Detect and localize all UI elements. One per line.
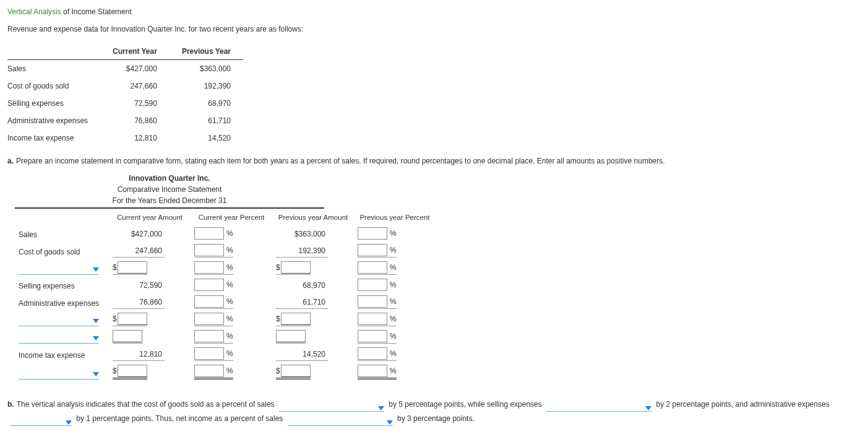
col-cy-amt: Current year Amount xyxy=(109,210,191,225)
row-label-dropdown-1[interactable] xyxy=(19,263,99,275)
part-b-dropdown-2[interactable] xyxy=(546,401,651,412)
py-pct-cogs-input[interactable] xyxy=(358,244,387,256)
row-label-dropdown-2[interactable] xyxy=(19,315,99,326)
part-b-seg5: by 3 percentage points. xyxy=(397,414,475,423)
col-cy-pct: Current year Percent xyxy=(191,210,272,225)
chevron-down-icon xyxy=(387,420,393,425)
pct-sign: % xyxy=(226,332,233,341)
stmt-company: Innovation Quarter Inc. xyxy=(15,173,324,184)
cy-amt-input-4[interactable] xyxy=(118,365,147,377)
dt-cy: 76,860 xyxy=(100,112,170,129)
dt-cy: 72,590 xyxy=(100,95,170,112)
py-amt-input-2[interactable] xyxy=(281,313,311,325)
py-pct-admin-input[interactable] xyxy=(358,295,387,308)
pct-sign: % xyxy=(226,349,233,358)
income-statement-table: Current year Amount Current year Percent… xyxy=(15,210,436,381)
cy-pct-input-3[interactable] xyxy=(194,330,224,342)
dollar-sign: $ xyxy=(276,263,280,272)
cy-amt-input-1[interactable] xyxy=(118,261,147,274)
cy-amt-cogs: 247,660 xyxy=(113,245,165,258)
pct-sign: % xyxy=(226,297,233,306)
part-b-marker: b. xyxy=(7,400,14,409)
row-label-dropdown-4[interactable] xyxy=(19,368,99,380)
chevron-down-icon xyxy=(378,406,384,410)
py-pct-tax-input[interactable] xyxy=(358,347,387,360)
py-pct-input-3[interactable] xyxy=(358,330,387,342)
part-b-seg3: by 2 percentage points, and administrati… xyxy=(656,400,829,409)
row-label-selling: Selling expenses xyxy=(15,277,109,293)
stmt-title: Comparative Income Statement xyxy=(15,184,324,195)
chevron-down-icon xyxy=(93,319,99,323)
row-label-cogs: Cost of goods sold xyxy=(15,242,109,259)
cy-amt-input-3[interactable] xyxy=(113,330,142,342)
cy-amt-sales: $427,000 xyxy=(113,228,165,240)
dt-label: Income tax expense xyxy=(7,129,100,147)
cy-pct-tax-input[interactable] xyxy=(194,347,224,360)
py-amt-sales: $363,000 xyxy=(276,228,328,240)
dollar-sign: $ xyxy=(113,263,117,272)
cy-pct-admin-input[interactable] xyxy=(194,295,224,308)
cy-pct-input-1[interactable] xyxy=(194,261,224,274)
dollar-sign: $ xyxy=(276,315,280,323)
py-pct-input-4[interactable] xyxy=(358,365,387,377)
part-b-seg1: The vertical analysis indicates that the… xyxy=(17,400,275,409)
pct-sign: % xyxy=(390,263,397,272)
py-amt-input-4[interactable] xyxy=(281,365,311,377)
dt-label: Selling expenses xyxy=(7,95,100,112)
part-a-marker: a. xyxy=(7,157,14,165)
cy-amt-admin: 76,860 xyxy=(113,297,165,309)
dt-label: Sales xyxy=(7,60,100,78)
cy-pct-cogs-input[interactable] xyxy=(194,244,224,256)
data-th-py: Previous Year xyxy=(170,43,243,60)
chevron-down-icon xyxy=(93,267,99,272)
pct-sign: % xyxy=(226,315,233,323)
title-rest: of Income Statement xyxy=(61,7,132,16)
py-amt-input-1[interactable] xyxy=(281,261,311,274)
part-b-dropdown-4[interactable] xyxy=(288,415,393,426)
dollar-sign: $ xyxy=(113,367,117,375)
cy-pct-selling-input[interactable] xyxy=(194,279,224,291)
dt-py: 61,710 xyxy=(170,112,243,129)
py-amt-admin: 61,710 xyxy=(276,297,328,309)
row-label-tax: Income tax expense xyxy=(15,345,109,363)
title-green: Vertical Analysis xyxy=(7,7,61,16)
dollar-sign: $ xyxy=(276,367,280,375)
cy-pct-sales-input[interactable] xyxy=(194,227,224,240)
py-pct-selling-input[interactable] xyxy=(358,279,387,291)
intro-text: Revenue and expense data for Innovation … xyxy=(7,24,861,35)
py-amt-tax: 14,520 xyxy=(276,349,328,361)
part-b-dropdown-1[interactable] xyxy=(279,401,384,412)
stmt-period: For the Years Ended December 31 xyxy=(15,195,324,209)
row-label-sales: Sales xyxy=(15,225,109,242)
dollar-sign: $ xyxy=(113,315,117,323)
chevron-down-icon xyxy=(93,336,99,341)
pct-sign: % xyxy=(226,280,233,289)
part-b-dropdown-3[interactable] xyxy=(10,415,72,426)
dt-py: 192,390 xyxy=(170,77,243,95)
cy-pct-input-4[interactable] xyxy=(194,365,224,377)
pct-sign: % xyxy=(226,263,233,272)
page-title: Vertical Analysis of Income Statement xyxy=(7,6,861,17)
pct-sign: % xyxy=(390,315,397,323)
dt-cy: 247,660 xyxy=(100,77,170,95)
pct-sign: % xyxy=(390,297,397,306)
data-th-cy: Current Year xyxy=(100,43,170,60)
cy-amt-input-2[interactable] xyxy=(118,313,147,325)
py-pct-input-1[interactable] xyxy=(358,261,387,274)
col-py-pct: Previous year Percent xyxy=(354,210,436,225)
col-py-amt: Previous year Amount xyxy=(272,210,354,225)
py-pct-input-2[interactable] xyxy=(358,313,387,325)
cy-amt-selling: 72,590 xyxy=(113,280,165,292)
chevron-down-icon xyxy=(66,420,72,425)
pct-sign: % xyxy=(390,246,397,254)
part-b-prompt: b.The vertical analysis indicates that t… xyxy=(7,397,861,426)
pct-sign: % xyxy=(226,229,233,238)
pct-sign: % xyxy=(390,367,397,375)
row-label-dropdown-3[interactable] xyxy=(19,332,99,344)
dt-cy: $427,000 xyxy=(100,60,170,78)
py-amt-input-3[interactable] xyxy=(276,330,306,342)
dt-label: Cost of goods sold xyxy=(7,77,100,95)
part-b-seg4: by 1 percentage points. Thus, net income… xyxy=(76,414,283,423)
py-pct-sales-input[interactable] xyxy=(358,227,387,240)
cy-pct-input-2[interactable] xyxy=(194,313,224,325)
